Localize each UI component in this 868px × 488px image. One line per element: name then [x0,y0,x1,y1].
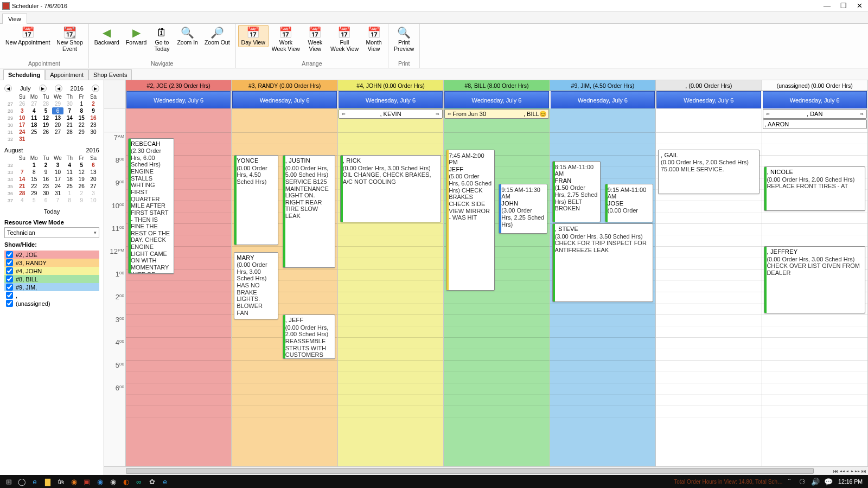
appointment[interactable]: , STEVE(3.00 Order Hrs, 3.50 Sched Hrs) … [552,223,654,302]
allday-chip[interactable]: ⇐From Jun 30, BILL😊 [444,109,548,119]
wifi-icon[interactable]: ⚆ [796,475,809,488]
day-column[interactable]: YONCE(0.00 Order Hrs, 4.50 Sched Hrs)MAR… [232,132,337,466]
showhide-item[interactable]: #4, JOHN [4,267,99,275]
appointment[interactable]: MARY(0.00 Order Hrs, 3.00 Sched Hrs) HAS… [234,252,278,319]
showhide-checkbox[interactable] [6,267,13,274]
allday-cell[interactable]: ⇐From Jun 30, BILL😊 [444,108,550,132]
print-preview-button[interactable]: 🔍 Print Preview [391,25,417,53]
appointment[interactable]: 7:45 AM-2:00 PMJEFF(5.00 Order Hrs, 6.00… [446,150,494,291]
date-nav-icons[interactable]: ⏮ ◀◀ ◀ ▶ ▶▶ ⏭ [833,467,866,475]
ie-icon[interactable]: e [158,475,171,488]
app2-icon[interactable]: ◉ [93,475,106,488]
ribbon-tab-view[interactable]: View [2,14,27,24]
notifications-icon[interactable]: 💬 [822,475,835,488]
week-view-button[interactable]: 📅 Week View [303,25,327,53]
cortana-icon[interactable]: ◯ [15,475,28,488]
showhide-checkbox[interactable] [6,259,13,266]
tab-appointment[interactable]: Appointment [45,69,88,80]
start-icon[interactable]: ⊞ [2,475,15,488]
showhide-item[interactable]: #9, JIM, [4,283,99,291]
work-week-view-button[interactable]: 📅 Work Week View [269,25,303,53]
allday-cell[interactable] [656,108,762,132]
appointment[interactable]: 8:15 AM-11:00 AMFRAN(1.50 Order Hrs, 2.7… [552,161,601,223]
app4-icon[interactable]: ∞ [132,475,145,488]
day-column[interactable]: , RICK(0.00 Order Hrs, 3.00 Sched Hrs) O… [338,132,444,466]
allday-cell[interactable]: ⇐, KEVIN⇒ [338,108,444,132]
showhide-checkbox[interactable] [6,251,13,258]
showhide-checkbox[interactable] [6,275,13,282]
firefox-icon[interactable]: ◉ [67,475,80,488]
showhide-checkbox[interactable] [6,292,13,299]
appointment[interactable]: YONCE(0.00 Order Hrs, 4.50 Sched Hrs) [234,155,278,245]
maximize-icon[interactable]: ❐ [840,2,847,10]
showhide-item[interactable]: (unassigned) [4,299,99,307]
allday-chip[interactable]: ⇐, KEVIN⇒ [339,109,443,119]
horizontal-scrollbar[interactable]: ⏮ ◀◀ ◀ ▶ ▶▶ ⏭ [104,466,868,475]
volume-icon[interactable]: 🔊 [809,475,822,488]
new-shop-event-button[interactable]: 📆 New Shop Event [53,25,86,53]
new-appointment-button[interactable]: 📅 New Appointment [2,25,53,47]
zoom-out-button[interactable]: 🔎 Zoom Out [201,25,233,47]
column-tech-header[interactable]: #4, JOHN (0.00 Order Hrs) [338,80,443,91]
app3-icon[interactable]: ◐ [119,475,132,488]
today-link[interactable]: Today [4,207,99,216]
showhide-item[interactable]: #3, RANDY [4,259,99,267]
day-column[interactable]: 8:15 AM-11:00 AMFRAN(1.50 Order Hrs, 2.7… [550,132,656,466]
column-tech-header[interactable]: #2, JOE (2.30 Order Hrs) [126,80,231,91]
appointment[interactable]: , RICK(0.00 Order Hrs, 3.00 Sched Hrs) O… [340,155,442,222]
day-column[interactable]: , NICOLE(0.00 Order Hrs, 2.00 Sched Hrs)… [762,132,868,466]
allday-cell[interactable]: ⇐, DAN⇒ , AARON [762,108,868,132]
showhide-item[interactable]: #2, JOE [4,251,99,259]
backward-button[interactable]: ◀ Backward [91,25,123,47]
close-icon[interactable]: ✕ [857,2,863,10]
next-year-icon[interactable]: ▶ [92,85,99,92]
column-tech-header[interactable]: (unassigned) (0.00 Order Hrs) [762,80,867,91]
allday-chip[interactable]: ⇐, DAN⇒ [763,109,867,119]
allday-cell[interactable] [232,108,337,132]
month-view-button[interactable]: 📅 Month View [362,25,386,53]
scrollbar-thumb[interactable] [126,468,814,474]
day-column[interactable]: , GAIL(0.00 Order Hrs, 2.00 Sched Hrs) 7… [656,132,762,466]
store-icon[interactable]: 🛍 [54,475,67,488]
appointment[interactable]: , JUSTIN(0.00 Order Hrs, 5.00 Sched Hrs)… [283,155,335,268]
column-tech-header[interactable]: , (0.00 Order Hrs) [656,80,761,91]
prev-month-icon[interactable]: ◀ [4,85,12,92]
day-view-button[interactable]: 📅 Day View [238,25,269,47]
appointment[interactable]: , JEFF(0.00 Order Hrs, 2.00 Sched Hrs) R… [283,314,335,359]
explorer-icon[interactable]: ▇ [41,475,54,488]
zoom-in-button[interactable]: 🔍 Zoom In [174,25,201,47]
app5-icon[interactable]: ✿ [145,475,158,488]
clock[interactable]: 12:16 PM [835,478,866,485]
showhide-checkbox[interactable] [6,300,13,307]
next-month-icon[interactable]: ▶ [39,85,47,92]
appointment[interactable]: 9:15 AM-11:30 AMJOHN(3.00 Order Hrs, 2.2… [499,184,547,234]
appointment[interactable]: , NICOLE(0.00 Order Hrs, 2.00 Sched Hrs)… [764,166,865,211]
app1-icon[interactable]: ▣ [80,475,93,488]
day-column[interactable]: REBECAH(2.30 Order Hrs, 6.00 Sched Hrs) … [126,132,232,466]
minimize-icon[interactable]: — [824,2,831,10]
column-tech-header[interactable]: #3, RANDY (0.00 Order Hrs) [232,80,337,91]
goto-today-button[interactable]: 🗓 Go to Today [150,25,174,53]
tab-scheduling[interactable]: Scheduling [3,69,45,80]
showhide-item[interactable]: #8, BILL [4,275,99,283]
resource-view-mode-select[interactable]: Technician [4,227,99,238]
tab-shop-events[interactable]: Shop Events [88,69,132,80]
appointment[interactable]: 9:15 AM-11:00 AMJOSE(0.00 Order [605,184,653,223]
showhide-item[interactable]: , [4,291,99,299]
day-column[interactable]: 7:45 AM-2:00 PMJEFF(5.00 Order Hrs, 6.00… [444,132,550,466]
tray-up-icon[interactable]: ˆ [783,475,796,488]
chrome-icon[interactable]: ◉ [106,475,119,488]
column-tech-header[interactable]: #9, JIM, (4.50 Order Hrs) [550,80,655,91]
appointment[interactable]: , GAIL(0.00 Order Hrs, 2.00 Sched Hrs) 7… [658,150,760,194]
allday-cell[interactable] [550,108,656,132]
full-week-view-button[interactable]: 📅 Full Week View [327,25,362,53]
allday-cell[interactable] [126,108,232,132]
calendar-grid-july[interactable]: SuMoTuWeThFrSa27262728293012283456789291… [4,93,99,143]
appointment[interactable]: , JEFFREY(0.00 Order Hrs, 3.00 Sched Hrs… [764,246,865,313]
appointment[interactable]: REBECAH(2.30 Order Hrs, 6.00 Sched Hrs) … [128,138,175,274]
edge-icon[interactable]: e [28,475,41,488]
calendar-grid-august[interactable]: SuMoTuWeThFrSa32123456337891011121334141… [4,155,99,204]
allday-chip[interactable]: , AARON [763,119,867,129]
forward-button[interactable]: ▶ Forward [123,25,150,47]
column-tech-header[interactable]: #8, BILL (8.00 Order Hrs) [444,80,549,91]
